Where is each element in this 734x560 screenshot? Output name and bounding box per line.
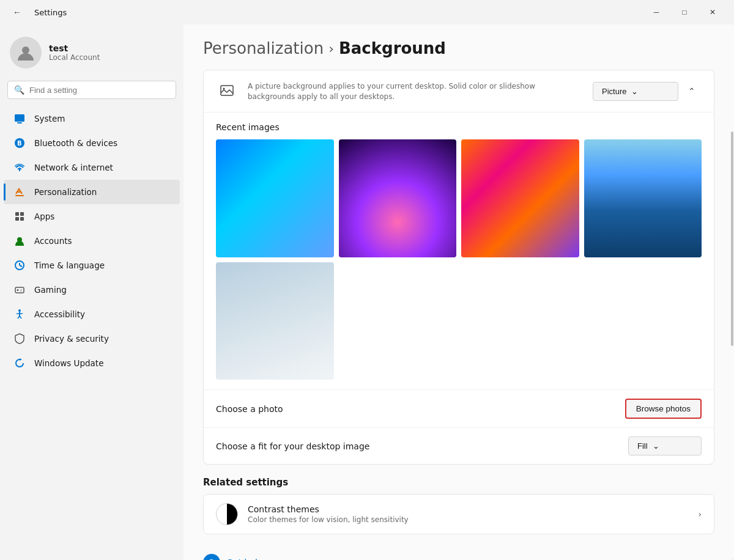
svg-point-26 <box>223 88 225 90</box>
main-wrapper: Personalization › Background <box>184 24 734 560</box>
user-section: test Local Account <box>0 29 184 81</box>
sidebar-item-network[interactable]: Network & internet <box>4 155 180 180</box>
sidebar-item-accounts[interactable]: Accounts <box>4 229 180 253</box>
titlebar: ← Settings ─ □ ✕ <box>0 0 734 24</box>
accounts-icon <box>13 235 26 247</box>
svg-point-20 <box>18 309 21 312</box>
related-settings-card: Contrast themes Color themes for low vis… <box>203 494 714 534</box>
sidebar-item-accounts-label: Accounts <box>34 236 72 246</box>
svg-rect-2 <box>17 122 22 123</box>
gaming-icon <box>13 284 26 296</box>
content-area: test Local Account 🔍 System <box>0 24 734 560</box>
svg-rect-10 <box>20 217 24 221</box>
image-thumb-4[interactable] <box>584 139 702 257</box>
update-icon <box>13 357 26 369</box>
get-help-icon: ? <box>203 554 220 560</box>
fit-label: Choose a fit for your desktop image <box>216 441 628 451</box>
privacy-icon <box>13 333 26 345</box>
breadcrumb-current: Background <box>339 39 446 57</box>
recent-images-label: Recent images <box>216 122 702 132</box>
background-description: A picture background applies to your cur… <box>248 80 583 102</box>
sidebar-item-system-label: System <box>34 114 65 123</box>
breadcrumb-parent[interactable]: Personalization <box>203 39 324 57</box>
background-icon <box>216 80 238 102</box>
close-button[interactable]: ✕ <box>699 2 727 22</box>
background-type-row: A picture background applies to your cur… <box>204 70 714 112</box>
window-title: Settings <box>34 8 67 17</box>
background-settings-section: A picture background applies to your cur… <box>203 70 714 465</box>
fit-dropdown[interactable]: Fill ⌄ <box>628 437 702 455</box>
sidebar-item-update[interactable]: Windows Update <box>4 351 180 375</box>
background-type-dropdown[interactable]: Picture ⌄ <box>593 82 678 101</box>
images-grid-row1 <box>216 139 702 257</box>
fit-row: Choose a fit for your desktop image Fill… <box>204 428 714 464</box>
related-settings-section: Related settings Contrast themes Color t… <box>203 477 714 534</box>
image-thumb-5[interactable] <box>216 262 334 380</box>
type-control: Picture ⌄ ⌃ <box>593 81 702 101</box>
images-grid-row2 <box>216 262 702 380</box>
sidebar-item-gaming-label: Gaming <box>34 285 67 295</box>
back-button[interactable]: ← <box>7 2 27 22</box>
user-name: test <box>49 43 100 53</box>
nav-list: System B Bluetooth & devices Network & i… <box>0 106 184 375</box>
svg-line-14 <box>20 265 22 267</box>
sidebar-item-time-label: Time & language <box>34 260 105 270</box>
browse-photos-button[interactable]: Browse photos <box>625 399 702 419</box>
image-thumb-2[interactable] <box>339 139 457 257</box>
scrollbar-thumb <box>731 131 733 345</box>
sidebar-item-system[interactable]: System <box>4 106 180 131</box>
search-input[interactable] <box>29 86 169 95</box>
contrast-themes-title: Contrast themes <box>248 504 688 514</box>
svg-point-18 <box>21 289 22 290</box>
breadcrumb: Personalization › Background <box>203 39 714 57</box>
sidebar-item-accessibility-label: Accessibility <box>34 309 85 319</box>
breadcrumb-separator: › <box>328 41 334 56</box>
dropdown-chevron: ⌄ <box>631 87 638 96</box>
sidebar: test Local Account 🔍 System <box>0 24 184 560</box>
system-icon <box>13 112 26 125</box>
contrast-icon <box>216 503 238 525</box>
user-info: test Local Account <box>49 43 100 62</box>
background-desc-text: A picture background applies to your cur… <box>248 81 583 102</box>
choose-photo-label: Choose a photo <box>216 404 625 414</box>
fit-chevron: ⌄ <box>653 441 659 451</box>
maximize-button[interactable]: □ <box>670 2 699 22</box>
sidebar-item-accessibility[interactable]: Accessibility <box>4 302 180 326</box>
avatar <box>10 37 42 68</box>
window-controls: ─ □ ✕ <box>642 2 727 22</box>
time-icon <box>13 259 26 271</box>
bluetooth-icon: B <box>13 137 26 149</box>
sidebar-item-bluetooth-label: Bluetooth & devices <box>34 138 117 148</box>
svg-rect-7 <box>15 212 19 216</box>
sidebar-item-apps-label: Apps <box>34 212 54 221</box>
sidebar-item-privacy-label: Privacy & security <box>34 334 109 344</box>
minimize-button[interactable]: ─ <box>642 2 670 22</box>
sidebar-item-apps[interactable]: Apps <box>4 204 180 229</box>
svg-point-0 <box>22 46 29 54</box>
contrast-themes-desc: Color themes for low vision, light sensi… <box>248 515 688 524</box>
search-icon: 🔍 <box>14 85 24 95</box>
image-thumb-3[interactable] <box>461 139 579 257</box>
get-help-section[interactable]: ? Get help <box>203 547 714 560</box>
main-content: Personalization › Background <box>184 24 734 560</box>
background-type-label: Picture <box>602 87 626 96</box>
scrollbar-track[interactable] <box>730 24 734 560</box>
collapse-button[interactable]: ⌃ <box>682 81 702 101</box>
sidebar-item-bluetooth[interactable]: B Bluetooth & devices <box>4 131 180 155</box>
settings-window: ← Settings ─ □ ✕ test Local Account <box>0 0 734 560</box>
svg-point-19 <box>20 290 21 292</box>
network-icon <box>13 161 26 174</box>
sidebar-item-personalization-label: Personalization <box>34 187 97 197</box>
contrast-themes-text: Contrast themes Color themes for low vis… <box>248 504 688 524</box>
image-thumb-1[interactable] <box>216 139 334 257</box>
recent-images-section: Recent images <box>204 112 714 390</box>
sidebar-item-network-label: Network & internet <box>34 163 113 172</box>
contrast-themes-item[interactable]: Contrast themes Color themes for low vis… <box>204 495 714 534</box>
sidebar-item-privacy[interactable]: Privacy & security <box>4 326 180 351</box>
svg-rect-9 <box>15 217 19 221</box>
svg-rect-8 <box>20 212 24 216</box>
sidebar-item-personalization[interactable]: Personalization <box>4 180 180 204</box>
sidebar-item-gaming[interactable]: Gaming <box>4 278 180 302</box>
sidebar-item-time[interactable]: Time & language <box>4 253 180 278</box>
svg-text:B: B <box>17 140 22 147</box>
